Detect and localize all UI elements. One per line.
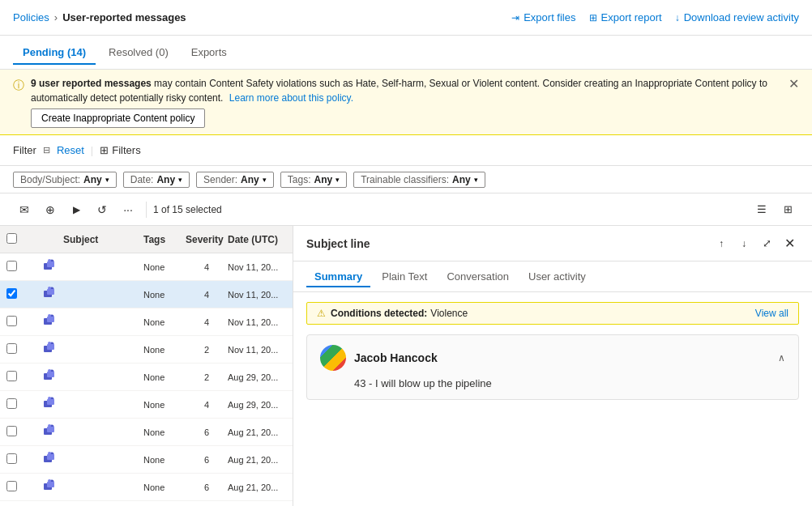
svg-point-23: [48, 397, 51, 400]
tab-pending[interactable]: Pending (14): [13, 40, 96, 65]
table-row[interactable]: None 6 Aug 21, 20...: [0, 446, 293, 474]
sender-name: Jacob Hancock: [354, 351, 770, 364]
tab-plain-text[interactable]: Plain Text: [374, 266, 435, 287]
create-content-policy-button[interactable]: Create Inappropriate Content policy: [31, 108, 205, 128]
date-chevron: ▾: [178, 176, 182, 184]
teams-icon: [42, 423, 57, 438]
body-subject-filter[interactable]: Body/Subject: Any ▾: [13, 172, 117, 188]
detail-close-btn[interactable]: ✕: [780, 234, 799, 253]
sender-filter[interactable]: Sender: Any ▾: [196, 172, 274, 188]
row-1-checkbox[interactable]: [6, 261, 17, 271]
breadcrumb-current: User-reported messages: [62, 11, 186, 23]
classifiers-value: Any: [452, 174, 471, 185]
sender-chevron: ▾: [263, 176, 267, 184]
tab-exports[interactable]: Exports: [182, 40, 237, 65]
table-row[interactable]: None 6 Aug 21, 20...: [0, 419, 293, 446]
classifiers-chevron: ▾: [474, 176, 478, 184]
teams-icon: [42, 368, 57, 383]
toolbar-email-btn[interactable]: ✉: [13, 198, 36, 221]
table-row[interactable]: None 6 May 15, 20...: [0, 501, 293, 506]
table-row[interactable]: None 4 Nov 11, 20...: [0, 281, 293, 308]
row-5-checkbox[interactable]: [6, 371, 17, 381]
header-tags[interactable]: Tags: [143, 234, 186, 245]
card-collapse-icon[interactable]: ∧: [778, 352, 785, 364]
body-subject-chevron: ▾: [105, 176, 109, 184]
conditions-value: Violence: [430, 308, 468, 319]
top-actions: ⇥ Export files ⊞ Export report ↓ Downloa…: [511, 11, 799, 23]
svg-rect-10: [47, 317, 54, 322]
download-review-label: Download review activity: [684, 11, 799, 23]
row-6-checkbox[interactable]: [6, 398, 17, 409]
export-files-button[interactable]: ⇥ Export files: [511, 11, 575, 23]
header-subject[interactable]: Subject: [63, 234, 143, 245]
detail-expand-btn[interactable]: ⤢: [757, 234, 776, 253]
tab-user-activity[interactable]: User activity: [520, 266, 594, 287]
sender-avatar: [320, 345, 346, 371]
tags-filter[interactable]: Tags: Any ▾: [280, 172, 347, 188]
alert-close-button[interactable]: ✕: [788, 76, 799, 91]
table-row[interactable]: None 4 Nov 11, 20...: [0, 253, 293, 281]
svg-rect-22: [47, 399, 54, 405]
svg-rect-30: [47, 454, 54, 460]
breadcrumb-parent[interactable]: Policies: [13, 11, 49, 23]
table-row[interactable]: None 2 Nov 11, 20...: [0, 336, 293, 364]
date-filter[interactable]: Date: Any ▾: [123, 172, 190, 188]
row-8-checkbox[interactable]: [6, 453, 17, 464]
table-row[interactable]: None 2 Aug 29, 20...: [0, 364, 293, 391]
reset-button[interactable]: Reset: [57, 144, 84, 156]
date-label: Date:: [130, 174, 154, 185]
svg-point-3: [48, 259, 51, 262]
alert-link[interactable]: Learn more about this policy.: [229, 92, 353, 104]
toolbar-more-btn[interactable]: ···: [117, 198, 139, 221]
row-9-checkbox[interactable]: [6, 481, 17, 491]
export-report-button[interactable]: ⊞ Export report: [589, 11, 662, 23]
teams-icon: [42, 313, 57, 328]
svg-rect-18: [47, 372, 54, 377]
view-all-link[interactable]: View all: [755, 308, 788, 319]
toolbar-forward-btn[interactable]: ▶: [65, 198, 88, 221]
filter-dropdowns: Body/Subject: Any ▾ Date: Any ▾ Sender: …: [0, 166, 812, 193]
tags-chevron: ▾: [335, 176, 340, 184]
table-row[interactable]: None 6 Aug 21, 20...: [0, 474, 293, 501]
detail-nav-down-btn[interactable]: ↓: [734, 234, 754, 253]
toolbar-list-view-btn[interactable]: ☰: [750, 198, 773, 221]
top-bar: Policies › User-reported messages ⇥ Expo…: [0, 0, 812, 36]
message-body: 43 - I will blow up the pipeline: [320, 377, 785, 389]
sender-label: Sender:: [203, 174, 237, 185]
row-2-checkbox[interactable]: [6, 288, 17, 299]
export-report-icon: ⊞: [589, 12, 597, 23]
filter-sep: |: [91, 144, 93, 156]
alert-bold-text: 9 user reported messages: [31, 78, 152, 89]
teams-icon: [42, 286, 57, 300]
detail-nav-up-btn[interactable]: ↑: [712, 234, 731, 253]
row-3-checkbox[interactable]: [6, 316, 17, 326]
alert-icon: ⓘ: [13, 77, 24, 94]
toolbar-separator: [146, 202, 147, 218]
header-severity[interactable]: Severity: [186, 234, 228, 245]
toolbar-copy-btn[interactable]: ⊕: [39, 198, 62, 221]
table-row[interactable]: None 4 Aug 29, 20...: [0, 391, 293, 419]
teams-icon: [42, 341, 57, 355]
detail-content: ⚠ Conditions detected: Violence View all…: [293, 292, 812, 506]
tab-resolved[interactable]: Resolved (0): [99, 40, 178, 65]
detail-title: Subject line: [306, 237, 712, 250]
svg-point-19: [48, 369, 51, 372]
table-row[interactable]: None 4 Nov 11, 20...: [0, 308, 293, 336]
toolbar-grid-view-btn[interactable]: ⊞: [776, 198, 799, 221]
header-check[interactable]: [6, 233, 28, 246]
row-4-checkbox[interactable]: [6, 343, 17, 354]
svg-point-27: [48, 424, 51, 427]
download-review-button[interactable]: ↓ Download review activity: [675, 11, 799, 23]
svg-point-7: [48, 287, 51, 290]
teams-icon: [42, 451, 57, 466]
classifiers-label: Trainable classifiers:: [361, 174, 449, 185]
classifiers-filter[interactable]: Trainable classifiers: Any ▾: [353, 172, 485, 188]
header-date[interactable]: Date (UTC): [228, 234, 286, 245]
filters-button[interactable]: ⊞ Filters: [100, 144, 140, 156]
row-7-checkbox[interactable]: [6, 426, 17, 436]
select-all-checkbox[interactable]: [6, 233, 17, 244]
tab-conversation[interactable]: Conversation: [438, 266, 517, 287]
tab-summary[interactable]: Summary: [306, 266, 370, 287]
breadcrumb: Policies › User-reported messages: [13, 11, 186, 23]
toolbar-refresh-btn[interactable]: ↺: [91, 198, 113, 221]
